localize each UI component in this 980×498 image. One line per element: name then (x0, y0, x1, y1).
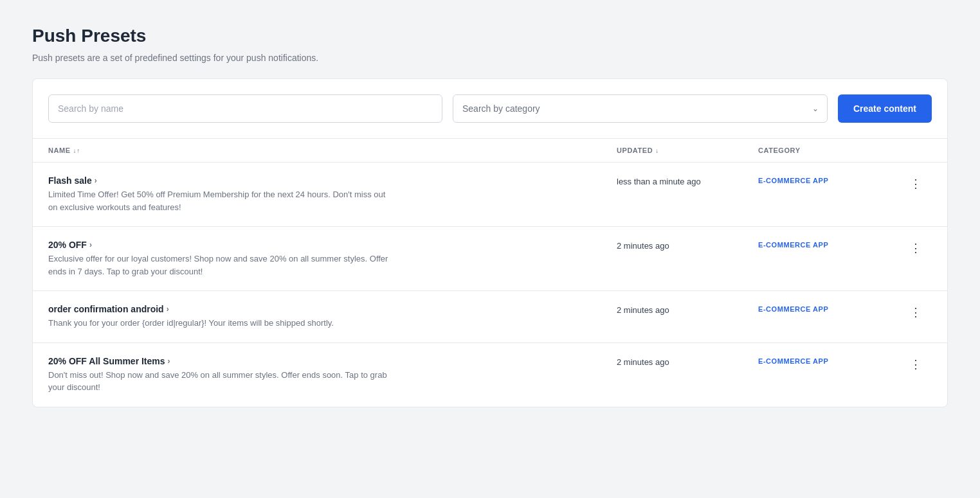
more-options-button[interactable]: ⋮ (906, 177, 925, 191)
category-select-wrapper: Search by category ⌄ (453, 94, 828, 123)
table-row: order confirmation android › Thank you f… (33, 291, 947, 343)
row-actions: ⋮ (900, 304, 932, 319)
toolbar: Search by category ⌄ Create content (33, 79, 947, 139)
main-content: Push Presets Push presets are a set of p… (0, 0, 980, 433)
row-category: E-COMMERCE APP (758, 304, 900, 313)
chevron-right-icon: › (89, 240, 92, 249)
row-updated: less than a minute ago (617, 175, 758, 186)
presets-card: Search by category ⌄ Create content NAME… (32, 78, 948, 407)
col-header-updated[interactable]: UPDATED ↓ (617, 147, 758, 154)
row-name-text: Flash sale (48, 175, 92, 186)
chevron-right-icon: › (167, 305, 169, 314)
create-content-button[interactable]: Create content (838, 94, 932, 123)
row-name-cell-3: 20% OFF All Summer Items › Don't miss ou… (48, 356, 617, 394)
chevron-right-icon: › (95, 176, 97, 185)
col-header-name[interactable]: NAME ↓↑ (48, 147, 617, 154)
row-updated: 2 minutes ago (617, 240, 758, 251)
page-subtitle: Push presets are a set of predefined set… (32, 53, 948, 63)
row-name-text: 20% OFF (48, 240, 87, 250)
row-actions: ⋮ (900, 175, 932, 191)
row-description: Exclusive offer for our loyal customers!… (48, 253, 395, 278)
page-title: Push Presets (32, 26, 948, 46)
row-actions: ⋮ (900, 356, 932, 371)
table-row: 20% OFF All Summer Items › Don't miss ou… (33, 343, 947, 407)
sort-icon-name: ↓↑ (73, 147, 80, 154)
row-description: Thank you for your order {order id|regul… (48, 317, 395, 330)
chevron-right-icon: › (168, 357, 170, 366)
more-options-button[interactable]: ⋮ (906, 305, 925, 319)
more-options-button[interactable]: ⋮ (906, 241, 925, 255)
col-header-actions (900, 147, 932, 154)
row-description: Don't miss out! Shop now and save 20% on… (48, 369, 395, 394)
col-header-category: CATEGORY (758, 147, 900, 154)
row-category: E-COMMERCE APP (758, 356, 900, 365)
row-name-text: 20% OFF All Summer Items (48, 356, 165, 366)
row-category: E-COMMERCE APP (758, 240, 900, 249)
row-name-text: order confirmation android (48, 304, 164, 314)
table-row: Flash sale › Limited Time Offer! Get 50%… (33, 163, 947, 227)
search-category-select[interactable]: Search by category (453, 94, 828, 123)
table-header: NAME ↓↑ UPDATED ↓ CATEGORY (33, 139, 947, 163)
row-updated: 2 minutes ago (617, 304, 758, 315)
row-name-cell-2: order confirmation android › Thank you f… (48, 304, 617, 330)
row-name-cell-1: 20% OFF › Exclusive offer for our loyal … (48, 240, 617, 278)
more-options-button[interactable]: ⋮ (906, 357, 925, 371)
row-updated: 2 minutes ago (617, 356, 758, 367)
table-body: Flash sale › Limited Time Offer! Get 50%… (33, 163, 947, 407)
sort-icon-updated: ↓ (655, 147, 659, 154)
table-row: 20% OFF › Exclusive offer for our loyal … (33, 227, 947, 291)
row-category: E-COMMERCE APP (758, 175, 900, 184)
row-name-cell-0: Flash sale › Limited Time Offer! Get 50%… (48, 175, 617, 213)
row-description: Limited Time Offer! Get 50% off Premium … (48, 188, 395, 213)
search-name-input[interactable] (48, 94, 442, 123)
row-actions: ⋮ (900, 240, 932, 255)
